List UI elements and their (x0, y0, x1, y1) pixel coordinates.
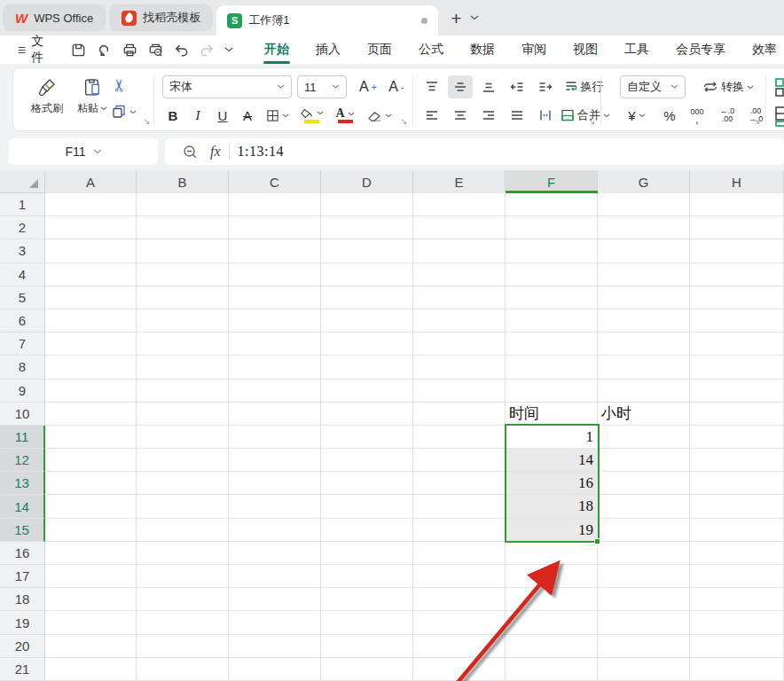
number-format-select[interactable]: 自定义 (620, 75, 686, 98)
formula-bar[interactable]: fx 1:13:14 (165, 138, 784, 165)
row-header-11[interactable]: 11 (0, 426, 45, 449)
align-middle-button[interactable] (448, 75, 473, 98)
font-group-expand-button[interactable]: ↘ (400, 116, 407, 126)
insert-cells-button[interactable] (774, 77, 784, 100)
row-header-6[interactable]: 6 (0, 309, 45, 333)
column-header-H[interactable]: H (690, 170, 784, 193)
underline-button[interactable]: U (212, 104, 233, 127)
bold-button[interactable]: B (162, 104, 184, 127)
font-size-select[interactable]: 11 (297, 75, 347, 98)
fill-handle[interactable] (594, 538, 600, 544)
align-center-button[interactable] (448, 104, 473, 127)
tab-docer-template[interactable]: 找稻壳模板 (109, 4, 213, 31)
row-header-13[interactable]: 13 (0, 472, 45, 495)
tab-workbook1[interactable]: S 工作簿1 (216, 5, 438, 35)
fx-icon[interactable]: fx (210, 144, 221, 160)
ribbon-tab-view[interactable]: 视图 (571, 36, 600, 63)
align-left-button[interactable] (419, 104, 444, 127)
clear-button[interactable] (365, 104, 395, 127)
column-header-B[interactable]: B (137, 170, 229, 193)
quickbar-more-chevron-icon[interactable] (224, 39, 233, 60)
row-header-17[interactable]: 17 (0, 565, 45, 588)
row-header-20[interactable]: 20 (0, 635, 45, 658)
ribbon-tab-data[interactable]: 数据 (468, 36, 497, 63)
select-all-corner[interactable] (0, 170, 45, 193)
column-header-C[interactable]: C (229, 170, 321, 193)
export-button[interactable] (96, 39, 113, 60)
align-bottom-button[interactable] (476, 75, 501, 98)
undo-button[interactable] (173, 39, 190, 60)
column-header-E[interactable]: E (413, 170, 506, 193)
zoom-out-icon[interactable] (183, 145, 198, 160)
row-header-15[interactable]: 15 (0, 519, 45, 542)
redo-button[interactable] (199, 39, 216, 60)
column-header-D[interactable]: D (321, 170, 413, 193)
paste-button[interactable]: 粘贴 (72, 75, 113, 116)
file-menu-button[interactable]: 文件 (18, 34, 48, 66)
ribbon-tab-review[interactable]: 审阅 (520, 36, 548, 63)
cell-G10[interactable]: 小时 (598, 403, 690, 426)
row-header-4[interactable]: 4 (0, 263, 45, 286)
save-button[interactable] (70, 39, 87, 60)
ribbon-tab-tools[interactable]: 工具 (623, 36, 651, 63)
row-header-5[interactable]: 5 (0, 286, 45, 309)
percent-format-button[interactable]: % (659, 104, 680, 127)
ribbon-tab-efficiency[interactable]: 效率 (750, 36, 779, 63)
align-top-button[interactable] (419, 75, 444, 98)
sheet-grid[interactable]: ABCDEFGH12345678910111213141516171819202… (0, 170, 784, 681)
row-header-21[interactable]: 21 (0, 658, 45, 681)
increase-indent-button[interactable] (533, 75, 558, 98)
row-header-1[interactable]: 1 (0, 193, 45, 216)
copy-button[interactable] (111, 104, 137, 120)
column-header-A[interactable]: A (45, 170, 137, 193)
formula-content[interactable]: 1:13:14 (238, 144, 284, 160)
decrease-indent-button[interactable] (505, 75, 529, 98)
print-button[interactable] (122, 39, 138, 60)
column-header-G[interactable]: G (598, 170, 690, 193)
clipboard-group-expand-button[interactable]: ↘ (143, 116, 150, 126)
borders-button[interactable] (263, 104, 292, 127)
row-header-9[interactable]: 9 (0, 380, 45, 403)
row-header-19[interactable]: 19 (0, 611, 45, 634)
row-header-3[interactable]: 3 (0, 239, 45, 262)
row-column-button[interactable] (774, 106, 784, 130)
fill-color-button[interactable] (297, 104, 325, 127)
row-header-8[interactable]: 8 (0, 356, 45, 379)
cell-F10[interactable]: 时间 (506, 403, 598, 426)
row-header-18[interactable]: 18 (0, 588, 45, 611)
name-box[interactable]: F11 (9, 138, 158, 165)
alignment-group-expand-button[interactable]: ↘ (588, 116, 595, 126)
ribbon-tab-page[interactable]: 页面 (365, 36, 394, 63)
tab-list-chevron-icon[interactable] (470, 15, 479, 20)
merge-cells-button[interactable]: 合并 (560, 104, 611, 127)
row-header-7[interactable]: 7 (0, 333, 45, 356)
justify-button[interactable] (505, 104, 529, 127)
shrink-to-fit-button[interactable] (533, 104, 558, 127)
row-header-2[interactable]: 2 (0, 216, 45, 239)
strikethrough-button[interactable]: A (237, 104, 258, 127)
ribbon-tab-member[interactable]: 会员专享 (674, 36, 727, 63)
print-preview-button[interactable] (147, 39, 164, 60)
ribbon-tab-home[interactable]: 开始 (263, 36, 291, 63)
decrease-font-button[interactable]: A- (384, 75, 409, 98)
font-color-button[interactable]: A (331, 104, 359, 127)
row-header-12[interactable]: 12 (0, 449, 45, 472)
row-header-14[interactable]: 14 (0, 495, 45, 518)
ribbon-tab-insert[interactable]: 插入 (314, 36, 342, 63)
number-group-expand-button[interactable]: ↘ (753, 116, 760, 126)
row-header-16[interactable]: 16 (0, 542, 45, 565)
format-painter-button[interactable]: 格式刷 (26, 75, 68, 116)
tab-wps-office[interactable]: W WPS Office (3, 4, 106, 31)
new-tab-button[interactable]: + (451, 9, 461, 27)
font-name-select[interactable]: 宋体 (162, 75, 292, 98)
convert-button[interactable]: 转换 (693, 75, 764, 98)
align-right-button[interactable] (476, 104, 501, 127)
row-header-10[interactable]: 10 (0, 403, 45, 426)
increase-font-button[interactable]: A+ (356, 75, 380, 98)
italic-button[interactable]: I (187, 104, 208, 127)
decrease-decimal-button[interactable]: ←.0.00 (714, 104, 741, 127)
ribbon-tab-formulas[interactable]: 公式 (417, 36, 445, 63)
thousands-separator-button[interactable]: 000, (684, 104, 710, 127)
currency-format-button[interactable]: ¥ (622, 104, 652, 127)
cut-button[interactable]: ✂ (109, 79, 129, 93)
